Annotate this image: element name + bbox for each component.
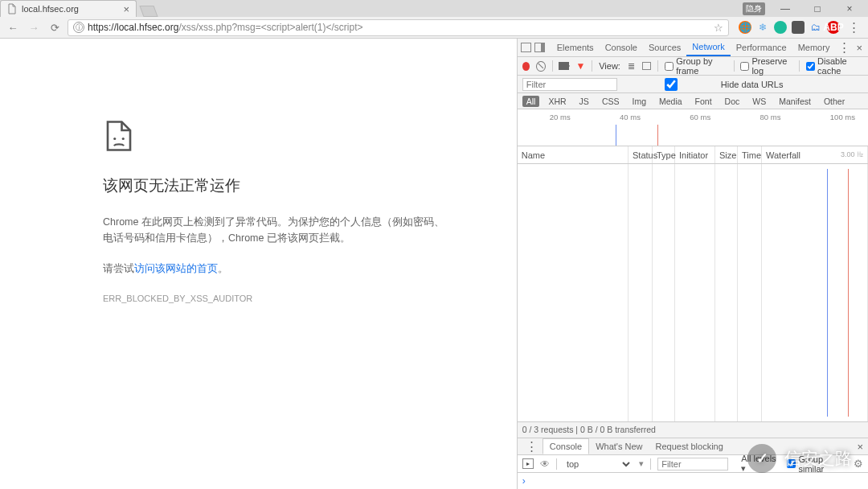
tab-strip: local.hfsec.org × 隐身 — □ × (0, 0, 868, 17)
live-expression-icon[interactable]: 👁 (540, 458, 550, 470)
url-host: local.hfsec.org (117, 22, 178, 33)
filter-type-other[interactable]: Other (820, 96, 849, 107)
large-rows-icon[interactable]: ≣ (627, 61, 636, 72)
network-table-body (518, 164, 868, 422)
col-name[interactable]: Name (518, 146, 628, 163)
view-label: View: (599, 61, 620, 71)
devtools-tab-sources[interactable]: Sources (643, 39, 686, 56)
timeline-tick: 20 ms (550, 113, 571, 121)
devtools-tab-memory[interactable]: Memory (792, 39, 836, 56)
forward-button[interactable]: → (26, 19, 42, 35)
filter-toggle-icon[interactable]: ▼ (575, 61, 585, 72)
console-settings-icon[interactable]: ⚙ (854, 458, 863, 470)
extension-icon[interactable]: ❄ (756, 21, 769, 34)
filter-type-all[interactable]: All (522, 96, 540, 107)
watermark: ✓ 信安之路 (747, 444, 852, 473)
tab-close-button[interactable]: × (123, 3, 129, 15)
col-size[interactable]: Size (715, 146, 738, 163)
col-waterfall[interactable]: Waterfall3.00 ㎐ (762, 146, 868, 163)
filter-type-doc[interactable]: Doc (721, 96, 744, 107)
chrome-menu-button[interactable]: ⋮ (848, 20, 860, 35)
extension-icon[interactable]: 🌐 (739, 21, 751, 34)
network-status-bar: 0 / 3 requests | 0 B / 0 B transferred (518, 422, 868, 438)
console-prompt[interactable]: › (518, 473, 868, 489)
filter-type-ws[interactable]: WS (748, 96, 770, 107)
filter-type-js[interactable]: JS (575, 96, 593, 107)
record-button[interactable] (522, 62, 530, 71)
hide-data-urls-checkbox[interactable]: Hide data URLs (624, 78, 784, 91)
visit-homepage-link[interactable]: 访问该网站的首页 (134, 263, 218, 274)
watermark-text: 信安之路 (784, 447, 852, 470)
col-status[interactable]: Status (628, 146, 653, 163)
clear-button[interactable] (536, 61, 545, 72)
drawer-tab-request-blocking[interactable]: Request blocking (649, 438, 729, 454)
filter-type-xhr[interactable]: XHR (544, 96, 570, 107)
devtools-tab-network[interactable]: Network (686, 39, 730, 56)
network-filter-row: Hide data URLs (518, 76, 868, 93)
network-filter-input[interactable] (522, 78, 617, 91)
incognito-badge: 隐身 (743, 2, 765, 15)
devtools-close-button[interactable]: × (854, 42, 865, 54)
error-suggestion: 请尝试访问该网站的首页。 (103, 262, 517, 276)
preserve-log-checkbox[interactable]: Preserve log (740, 56, 792, 76)
window-minimize-button[interactable]: — (773, 0, 797, 17)
devtools-tab-performance[interactable]: Performance (731, 39, 792, 56)
site-info-icon[interactable]: ⓘ (73, 22, 84, 33)
tab-title: local.hfsec.org (22, 4, 79, 14)
address-bar: ← → ⟳ ⓘ https://local.hfsec.org/xss/xss.… (0, 17, 868, 39)
filter-type-manifest[interactable]: Manifest (775, 96, 815, 107)
devtools-tab-console[interactable]: Console (600, 39, 643, 56)
devtools-panel: ElementsConsoleSourcesNetworkPerformance… (517, 39, 868, 489)
device-toolbar-icon[interactable] (534, 43, 545, 52)
col-type[interactable]: Type (653, 146, 675, 163)
filter-type-font[interactable]: Font (691, 96, 716, 107)
disable-cache-checkbox[interactable]: Disable cache (806, 56, 863, 76)
context-selector[interactable]: top (563, 458, 633, 470)
tab-favicon (7, 3, 17, 14)
devtools-tab-elements[interactable]: Elements (551, 39, 600, 56)
back-button[interactable]: ← (5, 19, 21, 35)
filter-type-img[interactable]: Img (628, 96, 650, 107)
network-table-header: Name Status Type Initiator Size Time Wat… (518, 146, 868, 164)
url-scheme: https:// (88, 22, 117, 33)
window-maximize-button[interactable]: □ (805, 0, 829, 17)
timeline-tick: 100 ms (830, 113, 855, 121)
svg-point-0 (113, 138, 116, 140)
col-time[interactable]: Time (738, 146, 762, 163)
extension-icon[interactable] (792, 21, 805, 34)
inspect-element-icon[interactable] (521, 43, 531, 52)
extension-icons: 🌐 ❄ 🗂 ABP (739, 21, 840, 34)
sad-document-icon (103, 119, 135, 153)
extension-icon[interactable]: 🗂 (809, 21, 822, 34)
drawer-more-button[interactable]: ⋮ (526, 439, 538, 454)
overview-icon[interactable] (642, 62, 651, 70)
network-type-filter: AllXHRJSCSSImgMediaFontDocWSManifestOthe… (518, 93, 868, 109)
col-initiator[interactable]: Initiator (675, 146, 715, 163)
drawer-tab-console[interactable]: Console (542, 438, 589, 454)
omnibox[interactable]: ⓘ https://local.hfsec.org/xss/xss.php?ms… (68, 19, 729, 36)
url-path: /xss/xss.php?msg=<script>alert(1)</scrip… (178, 22, 362, 33)
filter-type-media[interactable]: Media (655, 96, 686, 107)
adblock-icon[interactable]: ABP (827, 21, 840, 34)
extension-icon[interactable] (774, 21, 787, 34)
error-title: 该网页无法正常运作 (103, 175, 517, 196)
filter-type-css[interactable]: CSS (598, 96, 624, 107)
timeline-tick: 40 ms (620, 113, 641, 121)
network-timeline[interactable]: 20 ms40 ms60 ms80 ms100 ms (518, 109, 868, 146)
watermark-logo-icon: ✓ (747, 444, 776, 473)
screenshot-icon[interactable] (559, 61, 569, 72)
timeline-tick: 60 ms (690, 113, 710, 121)
reload-button[interactable]: ⟳ (47, 19, 63, 35)
window-close-button[interactable]: × (837, 0, 862, 17)
browser-tab[interactable]: local.hfsec.org × (0, 0, 137, 17)
drawer-tab-what-s-new[interactable]: What's New (589, 438, 649, 454)
new-tab-button[interactable] (139, 6, 158, 17)
devtools-tabs: ElementsConsoleSourcesNetworkPerformance… (518, 39, 868, 57)
group-by-frame-checkbox[interactable]: Group by frame (665, 56, 727, 76)
devtools-more-button[interactable]: ⋮ (838, 40, 850, 55)
drawer-close-button[interactable]: × (857, 441, 863, 453)
error-message: Chrome 在此网页上检测到了异常代码。为保护您的个人信息（例如密码、电话号码… (103, 214, 448, 246)
console-filter-input[interactable] (657, 458, 728, 471)
console-sidebar-toggle[interactable]: ▸ (522, 458, 534, 469)
bookmark-star-icon[interactable]: ☆ (714, 22, 723, 34)
